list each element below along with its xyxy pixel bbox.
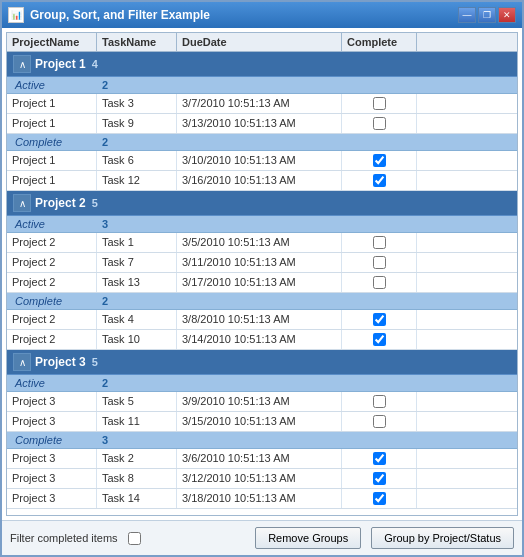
close-button[interactable]: ✕	[498, 7, 516, 23]
subgroup-label-2-0: Active	[7, 375, 97, 391]
subgroup-row-2-0: Active 2	[7, 375, 517, 392]
cell-due: 3/16/2010 10:51:13 AM	[177, 171, 342, 190]
table-row: Project 3 Task 5 3/9/2010 10:51:13 AM	[7, 392, 517, 412]
table-row: Project 2 Task 4 3/8/2010 10:51:13 AM	[7, 310, 517, 330]
cell-complete	[342, 310, 417, 329]
subgroup-count-1-0: 3	[97, 216, 177, 232]
complete-checkbox[interactable]	[373, 395, 386, 408]
cell-project: Project 2	[7, 253, 97, 272]
cell-task: Task 2	[97, 449, 177, 468]
group-toggle-2[interactable]: ∧	[13, 353, 31, 371]
cell-task: Task 13	[97, 273, 177, 292]
filter-checkbox[interactable]	[128, 532, 141, 545]
complete-checkbox[interactable]	[373, 174, 386, 187]
grid-content: ProjectName TaskName DueDate Complete ∧ …	[2, 28, 522, 520]
subgroup-row-0-0: Active 2	[7, 77, 517, 94]
cell-complete	[342, 392, 417, 411]
cell-task: Task 14	[97, 489, 177, 508]
complete-checkbox[interactable]	[373, 117, 386, 130]
cell-task: Task 7	[97, 253, 177, 272]
table-row: Project 1 Task 12 3/16/2010 10:51:13 AM	[7, 171, 517, 191]
cell-extra	[417, 253, 452, 272]
cell-extra	[417, 469, 452, 488]
cell-project: Project 3	[7, 449, 97, 468]
complete-checkbox[interactable]	[373, 276, 386, 289]
subgroup-label-1-0: Active	[7, 216, 97, 232]
group-row-0: ∧ Project 1 4	[7, 52, 517, 77]
cell-due: 3/8/2010 10:51:13 AM	[177, 310, 342, 329]
cell-extra	[417, 330, 452, 349]
cell-task: Task 8	[97, 469, 177, 488]
cell-project: Project 3	[7, 412, 97, 431]
table-row: Project 3 Task 11 3/15/2010 10:51:13 AM	[7, 412, 517, 432]
cell-complete	[342, 469, 417, 488]
cell-due: 3/10/2010 10:51:13 AM	[177, 151, 342, 170]
cell-project: Project 1	[7, 94, 97, 113]
subgroup-label-2-1: Complete	[7, 432, 97, 448]
group-info-2: Project 3 5	[35, 355, 515, 369]
complete-checkbox[interactable]	[373, 154, 386, 167]
group-name-2: Project 3	[35, 355, 86, 369]
subgroup-row-1-1: Complete 2	[7, 293, 517, 310]
complete-checkbox[interactable]	[373, 313, 386, 326]
group-toggle-0[interactable]: ∧	[13, 55, 31, 73]
cell-project: Project 1	[7, 171, 97, 190]
cell-project: Project 1	[7, 151, 97, 170]
complete-checkbox[interactable]	[373, 236, 386, 249]
cell-task: Task 11	[97, 412, 177, 431]
table-row: Project 1 Task 6 3/10/2010 10:51:13 AM	[7, 151, 517, 171]
cell-task: Task 4	[97, 310, 177, 329]
cell-complete	[342, 151, 417, 170]
minimize-button[interactable]: —	[458, 7, 476, 23]
cell-due: 3/15/2010 10:51:13 AM	[177, 412, 342, 431]
group-name-1: Project 2	[35, 196, 86, 210]
cell-extra	[417, 449, 452, 468]
cell-due: 3/5/2010 10:51:13 AM	[177, 233, 342, 252]
group-toggle-1[interactable]: ∧	[13, 194, 31, 212]
group-info-1: Project 2 5	[35, 196, 515, 210]
complete-checkbox[interactable]	[373, 492, 386, 505]
cell-project: Project 3	[7, 489, 97, 508]
cell-complete	[342, 253, 417, 272]
cell-due: 3/12/2010 10:51:13 AM	[177, 469, 342, 488]
complete-checkbox[interactable]	[373, 415, 386, 428]
cell-project: Project 2	[7, 310, 97, 329]
subgroup-count-0-0: 2	[97, 77, 177, 93]
subgroup-count-2-0: 2	[97, 375, 177, 391]
complete-checkbox[interactable]	[373, 333, 386, 346]
table-row: Project 2 Task 1 3/5/2010 10:51:13 AM	[7, 233, 517, 253]
cell-due: 3/17/2010 10:51:13 AM	[177, 273, 342, 292]
col-header-extra	[417, 33, 452, 51]
cell-task: Task 12	[97, 171, 177, 190]
remove-groups-button[interactable]: Remove Groups	[255, 527, 361, 549]
cell-project: Project 3	[7, 469, 97, 488]
restore-button[interactable]: ❐	[478, 7, 496, 23]
grid-body: ∧ Project 1 4 Active 2 Project 1 Task 3 …	[6, 51, 518, 516]
group-count-1: 5	[92, 197, 98, 209]
cell-due: 3/9/2010 10:51:13 AM	[177, 392, 342, 411]
cell-complete	[342, 273, 417, 292]
subgroup-row-2-1: Complete 3	[7, 432, 517, 449]
filter-label: Filter completed items	[10, 532, 118, 544]
col-header-task: TaskName	[97, 33, 177, 51]
complete-checkbox[interactable]	[373, 97, 386, 110]
window-title: Group, Sort, and Filter Example	[30, 8, 210, 22]
cell-extra	[417, 392, 452, 411]
subgroup-label-1-1: Complete	[7, 293, 97, 309]
group-info-0: Project 1 4	[35, 57, 515, 71]
cell-project: Project 2	[7, 330, 97, 349]
group-by-button[interactable]: Group by Project/Status	[371, 527, 514, 549]
col-header-complete: Complete	[342, 33, 417, 51]
table-row: Project 2 Task 7 3/11/2010 10:51:13 AM	[7, 253, 517, 273]
complete-checkbox[interactable]	[373, 472, 386, 485]
cell-task: Task 5	[97, 392, 177, 411]
subgroup-row-1-0: Active 3	[7, 216, 517, 233]
window-icon: 📊	[8, 7, 24, 23]
table-row: Project 3 Task 8 3/12/2010 10:51:13 AM	[7, 469, 517, 489]
main-window: 📊 Group, Sort, and Filter Example — ❐ ✕ …	[0, 0, 524, 557]
subgroup-label-0-0: Active	[7, 77, 97, 93]
complete-checkbox[interactable]	[373, 256, 386, 269]
cell-extra	[417, 310, 452, 329]
complete-checkbox[interactable]	[373, 452, 386, 465]
group-row-1: ∧ Project 2 5	[7, 191, 517, 216]
